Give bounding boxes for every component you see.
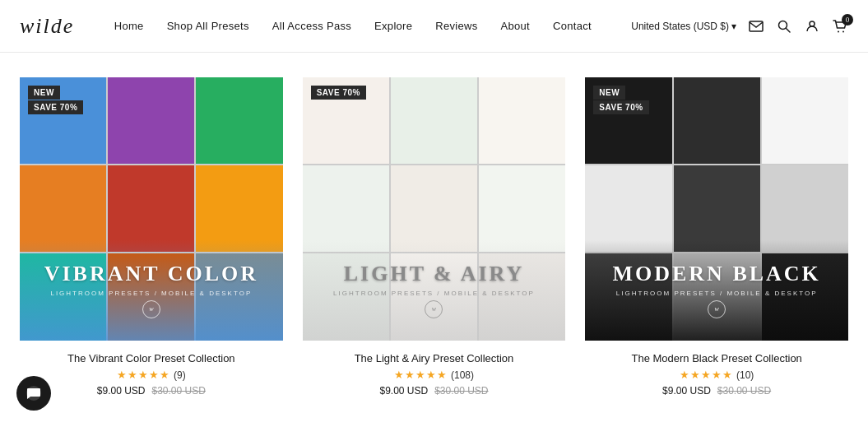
account-icon[interactable] <box>804 18 820 35</box>
main-nav: Home Shop All Presets All Access Pass Ex… <box>114 20 592 32</box>
nav-all-access[interactable]: All Access Pass <box>272 20 351 32</box>
svg-point-3 <box>810 21 815 26</box>
stars-row-light: ★★★★★ (108) <box>394 369 474 382</box>
banner-title-vibrant: VIBRANT COLOR <box>44 262 258 286</box>
product-image-vibrant[interactable]: NEW SAVE 70% VIBRANT COLOR LIGHTROOM PRE… <box>20 77 283 341</box>
nav-shop-presets[interactable]: Shop All Presets <box>167 20 249 32</box>
product-card-black: NEW SAVE 70% MODERN BLACK LIGHTROOM PRES… <box>585 77 848 397</box>
chat-bubble[interactable] <box>16 376 51 411</box>
nav-about[interactable]: About <box>501 20 530 32</box>
chevron-down-icon: ▾ <box>731 21 736 32</box>
nav-reviews[interactable]: Reviews <box>435 20 477 32</box>
badge-save-vibrant: SAVE 70% <box>28 100 83 114</box>
stars-row-vibrant: ★★★★★ (9) <box>117 369 186 382</box>
badge-new-vibrant: NEW <box>28 86 60 100</box>
product-title-vibrant: The Vibrant Color Preset Collection <box>67 352 235 364</box>
email-icon[interactable] <box>748 18 764 35</box>
price-row-black: $9.00 USD $30.00 USD <box>662 385 771 397</box>
price-original-light: $30.00 USD <box>434 385 488 397</box>
nav-home[interactable]: Home <box>114 20 144 32</box>
badge-save-black: SAVE 70% <box>593 100 648 114</box>
cart-icon[interactable]: 0 <box>832 18 848 35</box>
cart-count: 0 <box>842 14 853 26</box>
badge-new-black: NEW <box>593 86 625 100</box>
banner-black: MODERN BLACK LIGHTROOM PRESETS / MOBILE … <box>585 240 848 340</box>
price-original-black: $30.00 USD <box>717 385 771 397</box>
price-current-vibrant: $9.00 USD <box>97 385 146 397</box>
svg-line-2 <box>787 28 791 32</box>
review-count-black: (10) <box>736 369 754 381</box>
svg-rect-0 <box>750 21 763 31</box>
currency-selector[interactable]: United States (USD $) ▾ <box>631 21 736 32</box>
price-current-black: $9.00 USD <box>662 385 711 397</box>
price-row-light: $9.00 USD $30.00 USD <box>379 385 488 397</box>
review-count-vibrant: (9) <box>174 369 186 381</box>
product-card-vibrant: NEW SAVE 70% VIBRANT COLOR LIGHTROOM PRE… <box>20 77 283 397</box>
product-image-light[interactable]: SAVE 70% LIGHT & AIRY LIGHTROOM PRESETS … <box>303 77 566 341</box>
nav-explore[interactable]: Explore <box>374 20 412 32</box>
header-right: United States (USD $) ▾ <box>631 18 848 35</box>
product-title-black: The Modern Black Preset Collection <box>631 352 801 364</box>
product-image-black[interactable]: NEW SAVE 70% MODERN BLACK LIGHTROOM PRES… <box>585 77 848 341</box>
banner-subtitle-black: LIGHTROOM PRESETS / MOBILE & DESKTOP <box>616 290 818 297</box>
nav-contact[interactable]: Contact <box>553 20 592 32</box>
price-row-vibrant: $9.00 USD $30.00 USD <box>97 385 206 397</box>
banner-light: LIGHT & AIRY LIGHTROOM PRESETS / MOBILE … <box>303 240 566 340</box>
banner-subtitle-vibrant: LIGHTROOM PRESETS / MOBILE & DESKTOP <box>50 290 252 297</box>
site-header: wilde Home Shop All Presets All Access P… <box>0 0 868 53</box>
svg-point-4 <box>838 30 839 32</box>
logo[interactable]: wilde <box>20 14 74 39</box>
banner-title-black: MODERN BLACK <box>612 262 820 286</box>
product-card-light: SAVE 70% LIGHT & AIRY LIGHTROOM PRESETS … <box>303 77 566 397</box>
banner-vibrant: VIBRANT COLOR LIGHTROOM PRESETS / MOBILE… <box>20 240 283 340</box>
banner-logo-vibrant: w <box>142 300 160 318</box>
price-current-light: $9.00 USD <box>379 385 428 397</box>
banner-logo-light: w <box>425 300 443 318</box>
products-grid: NEW SAVE 70% VIBRANT COLOR LIGHTROOM PRE… <box>20 77 848 397</box>
svg-point-5 <box>842 30 844 32</box>
review-count-light: (108) <box>451 369 474 381</box>
search-icon[interactable] <box>776 18 792 35</box>
main-content: NEW SAVE 70% VIBRANT COLOR LIGHTROOM PRE… <box>0 53 868 413</box>
badge-save-light: SAVE 70% <box>311 86 366 100</box>
stars-vibrant: ★★★★★ <box>117 369 170 382</box>
product-title-light: The Light & Airy Preset Collection <box>355 352 514 364</box>
banner-subtitle-light: LIGHTROOM PRESETS / MOBILE & DESKTOP <box>333 290 535 297</box>
stars-light: ★★★★★ <box>394 369 448 382</box>
stars-row-black: ★★★★★ (10) <box>680 369 754 382</box>
stars-black: ★★★★★ <box>680 369 733 382</box>
price-original-vibrant: $30.00 USD <box>151 385 205 397</box>
banner-title-light: LIGHT & AIRY <box>344 262 525 286</box>
banner-logo-black: w <box>708 300 726 318</box>
